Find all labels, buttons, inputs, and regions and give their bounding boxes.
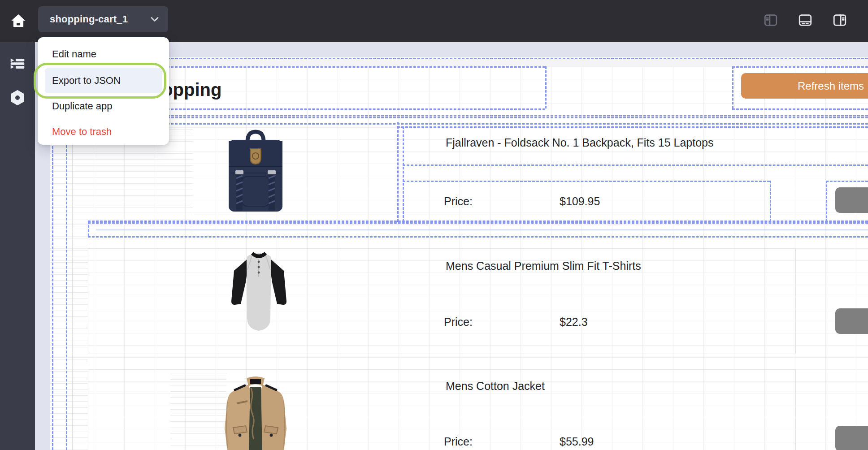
home-icon [10, 13, 26, 29]
toggle-right-pane-icon[interactable] [831, 12, 848, 29]
refresh-items-button[interactable]: Refresh items [741, 73, 868, 99]
home-button[interactable] [5, 8, 31, 34]
list-left-border [72, 117, 73, 450]
jacket-product-image[interactable] [219, 374, 292, 450]
product-name-outline-left [403, 126, 404, 222]
addcart-widget-outline-top [826, 181, 868, 182]
menu-item-duplicate-app[interactable]: Duplicate app [52, 97, 113, 116]
list-widget-outline-left [66, 117, 67, 450]
entity-explorer-icon[interactable] [8, 55, 27, 73]
product-name-outline-top [397, 126, 868, 128]
menu-item-move-to-trash[interactable]: Move to trash [52, 122, 112, 141]
main-container-outline-top [50, 58, 868, 59]
page-title-text-widget[interactable]: Shopping [139, 79, 372, 100]
price-widget-outline-top [403, 181, 770, 182]
addcart-widget-outline-left [826, 181, 827, 222]
price-value[interactable]: $55.99 [560, 432, 658, 450]
price-value[interactable]: $22.3 [560, 312, 658, 332]
editor-sidebar [0, 42, 35, 450]
item-inner-outline-left [397, 122, 399, 222]
product-name-text[interactable]: Mens Casual Premium Slim Fit T-Shirts [446, 256, 849, 276]
price-label[interactable]: Price: [444, 312, 507, 332]
price-label[interactable]: Price: [444, 432, 507, 450]
annotation-highlight-ring [34, 63, 166, 99]
menu-item-edit-name[interactable]: Edit name [52, 45, 96, 64]
product-name-text[interactable]: Fjallraven - Foldsack No. 1 Backpack, Fi… [446, 133, 849, 152]
list-item-outline-bottom-b [88, 222, 868, 224]
tshirt-product-image[interactable] [227, 251, 291, 334]
price-widget-outline-right [770, 181, 771, 222]
add-to-cart-button[interactable] [835, 426, 868, 450]
refresh-widget-outline-top [732, 66, 868, 68]
refresh-widget-outline-left [732, 66, 733, 108]
chevron-down-icon [150, 17, 159, 22]
toggle-bottom-pane-icon[interactable] [797, 12, 814, 29]
canvas-fine-grid-left [50, 117, 88, 450]
title-widget-outline-right [545, 66, 547, 108]
price-value[interactable]: $109.95 [560, 191, 658, 211]
list-widget-outline-top-outer [50, 117, 868, 118]
row-divider-line [96, 229, 868, 230]
app-name-label: shopping-cart_1 [50, 13, 150, 25]
add-to-cart-button[interactable] [835, 308, 868, 334]
add-to-cart-button[interactable] [835, 187, 868, 213]
app-actions-menu: Edit name Export to JSON Duplicate app M… [38, 37, 169, 145]
price-label[interactable]: Price: [444, 191, 507, 211]
refresh-widget-outline-bottom [732, 108, 868, 110]
item-spacing-outline-bottom [88, 236, 868, 238]
settings-hexagon-icon[interactable] [8, 89, 27, 107]
app-name-menu-trigger[interactable]: shopping-cart_1 [38, 6, 168, 32]
item-spacing-outline-left [88, 221, 89, 236]
list-item-outline-bottom-a [88, 221, 868, 222]
backpack-product-image[interactable] [224, 128, 287, 214]
list-widget-outline-top [66, 123, 868, 125]
product-name-text[interactable]: Mens Cotton Jacket [446, 376, 849, 396]
product-name-outline-bottom [403, 164, 868, 166]
app-editor-window: Shopping Refresh items Fjallraven - Fold… [0, 0, 868, 450]
title-widget-outline-bottom [135, 108, 545, 110]
header-container-outline-bottom [50, 115, 868, 117]
title-widget-outline-top [135, 66, 545, 68]
editor-topbar: shopping-cart_1 [0, 0, 868, 42]
toggle-left-pane-icon[interactable] [762, 12, 779, 29]
